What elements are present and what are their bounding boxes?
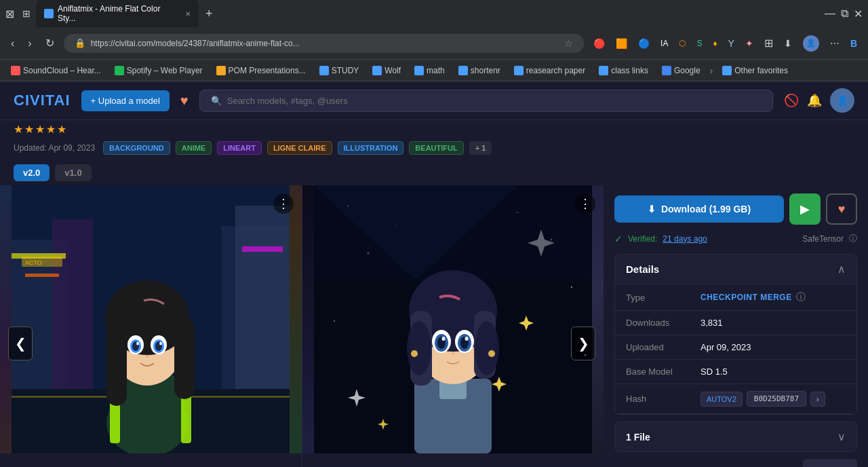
tag-illustration[interactable]: ILLUSTRATION	[338, 141, 404, 155]
refresh-button[interactable]: ↻	[41, 34, 58, 52]
tag-beautiful[interactable]: BEAUTIFUL	[409, 141, 463, 155]
address-star-icon[interactable]: ☆	[564, 38, 573, 49]
ext-icon-2[interactable]: 🟧	[612, 35, 631, 52]
wolf-bookmark-icon	[372, 66, 382, 75]
tab-v1[interactable]: v1.0	[55, 164, 91, 181]
svg-rect-6	[25, 274, 59, 277]
bookmark-other[interactable]: Other favorites	[718, 64, 792, 77]
uploaded-value: Apr 09, 2023	[701, 342, 751, 352]
hide-nsfw-button[interactable]: 🚫	[784, 93, 799, 108]
bookmark-spotify[interactable]: Spotify – Web Player	[111, 64, 207, 77]
details-title: Details	[626, 263, 659, 275]
bookmark-soundcloud[interactable]: SoundCloud – Hear...	[7, 64, 105, 77]
ext-icon-3[interactable]: 🔵	[634, 35, 654, 52]
play-icon: ▶	[800, 202, 810, 217]
gallery-next-button[interactable]: ❯	[571, 326, 595, 360]
restore-icon[interactable]: ⧉	[841, 7, 848, 20]
details-panel: Details ∧ Type CHECKPOINT MERGE ⓘ Downlo…	[614, 254, 857, 415]
type-value[interactable]: CHECKPOINT MERGE	[701, 293, 792, 302]
tab-title: Aniflatmix - Anime Flat Color Sty...	[58, 4, 178, 23]
more-options-btn[interactable]: ⋯	[826, 35, 844, 52]
address-bar[interactable]: 🔒 https://civitai.com/models/24387/anifl…	[64, 34, 584, 53]
tag-anime[interactable]: ANIME	[176, 141, 212, 155]
bookmark-google[interactable]: Google	[658, 64, 705, 77]
sidebar: ⬇ Download (1.99 GB) ▶ ♥ ✓ Verified: 21 …	[604, 185, 868, 467]
ext-icon-5[interactable]: ⬡	[675, 36, 690, 51]
bookmark-pom[interactable]: POM Presentations...	[212, 64, 310, 77]
star-rating: ★ ★ ★ ★ ★	[14, 123, 66, 136]
back-button[interactable]: ‹	[7, 35, 18, 52]
svg-point-57	[411, 350, 418, 357]
ext-icon-6[interactable]: S	[692, 36, 706, 51]
gallery-prev-button[interactable]: ❮	[8, 326, 33, 360]
ext-icon-9[interactable]: ✦	[741, 35, 757, 52]
upload-button[interactable]: + Upload a model	[81, 90, 170, 111]
files-chevron-icon: ∨	[837, 430, 846, 443]
hash-copy-button[interactable]: ›	[810, 392, 825, 407]
anime-art-1: ACTO	[12, 185, 290, 453]
bookmark-wolf[interactable]: Wolf	[368, 64, 405, 77]
ext-icon-1[interactable]: 🔴	[589, 35, 609, 52]
files-header[interactable]: 1 File ∨	[615, 422, 856, 451]
tag-background[interactable]: BACKGROUND	[103, 141, 170, 155]
favorites-button[interactable]: ♥	[180, 93, 189, 109]
safe-tensor-label: SafeTensor	[802, 234, 844, 244]
star-5: ★	[57, 123, 66, 136]
bookmark-class[interactable]: class links	[595, 64, 652, 77]
image-menu-button-1[interactable]: ⋮	[273, 193, 294, 214]
bookmark-math[interactable]: math	[410, 64, 449, 77]
notifications-button[interactable]: 🔔	[807, 93, 822, 108]
tab-favicon	[44, 9, 54, 18]
svg-rect-16	[106, 318, 127, 406]
bookmark-shortenr[interactable]: shortenr	[454, 64, 505, 77]
verified-date-link[interactable]: 21 days ago	[663, 234, 707, 244]
tab-v2[interactable]: v2.0	[14, 164, 50, 181]
ext-icon-8[interactable]: Y	[724, 35, 738, 52]
bing-btn[interactable]: B	[846, 35, 861, 52]
download-manager-btn[interactable]: ⬇	[780, 35, 796, 52]
details-header[interactable]: Details ∧	[615, 255, 856, 284]
downloads-value: 3,831	[701, 318, 723, 328]
gallery-image-1: ACTO ⋮ ❮	[0, 185, 302, 467]
tag-more[interactable]: + 1	[469, 141, 492, 155]
close-icon[interactable]: ✕	[854, 7, 863, 20]
url-text: https://civitai.com/models/24387/aniflat…	[91, 39, 559, 48]
search-bar[interactable]: 🔍	[199, 90, 773, 112]
tab-close-btn[interactable]: ✕	[185, 10, 191, 18]
forward-button[interactable]: ›	[24, 35, 35, 52]
verified-prefix: Verified:	[628, 234, 657, 244]
type-info-icon[interactable]: ⓘ	[796, 291, 806, 303]
bookmark-study[interactable]: STUDY	[315, 64, 363, 77]
more-bookmarks-indicator[interactable]: ›	[710, 65, 713, 76]
reviews-button-placeholder[interactable]	[803, 459, 857, 467]
study-bookmark-icon	[319, 66, 329, 75]
profile-btn[interactable]: 👤	[799, 33, 823, 54]
search-icon: 🔍	[211, 96, 222, 106]
new-tab-button[interactable]: +	[201, 5, 217, 22]
tag-lineart[interactable]: LINEART	[217, 141, 262, 155]
download-button[interactable]: ⬇ Download (1.99 GB)	[614, 195, 784, 223]
type-label: Type	[626, 293, 701, 303]
user-avatar[interactable]: 👤	[830, 88, 854, 113]
play-button[interactable]: ▶	[789, 193, 821, 225]
tag-ligne-claire[interactable]: LIGNE CLAIRE	[267, 141, 332, 155]
ext-icon-7[interactable]: ♦	[709, 36, 721, 51]
bookmark-research[interactable]: reasearch paper	[510, 64, 589, 77]
svg-point-46	[407, 321, 431, 375]
safe-tensor-info-icon[interactable]: ⓘ	[849, 233, 857, 244]
favorite-button[interactable]: ♥	[826, 193, 857, 225]
svg-point-56	[451, 352, 455, 355]
image-menu-button-2[interactable]: ⋮	[575, 193, 595, 214]
star-2: ★	[24, 123, 34, 136]
details-base-model-row: Base Model SD 1.5	[615, 360, 856, 384]
extensions-btn[interactable]: ⊞	[760, 34, 777, 52]
active-tab[interactable]: Aniflatmix - Anime Flat Color Sty... ✕	[36, 0, 199, 27]
grid-icon[interactable]: ⊞	[22, 8, 31, 19]
close-control[interactable]: ⊠	[5, 7, 14, 20]
details-downloads-row: Downloads 3,831	[615, 311, 856, 335]
download-row: ⬇ Download (1.99 GB) ▶ ♥	[614, 193, 857, 225]
hash-type-button[interactable]: AUTOV2	[701, 392, 743, 407]
minimize-icon[interactable]: —	[825, 7, 835, 20]
ext-icon-4[interactable]: IA	[656, 36, 672, 51]
search-input[interactable]	[227, 96, 762, 106]
